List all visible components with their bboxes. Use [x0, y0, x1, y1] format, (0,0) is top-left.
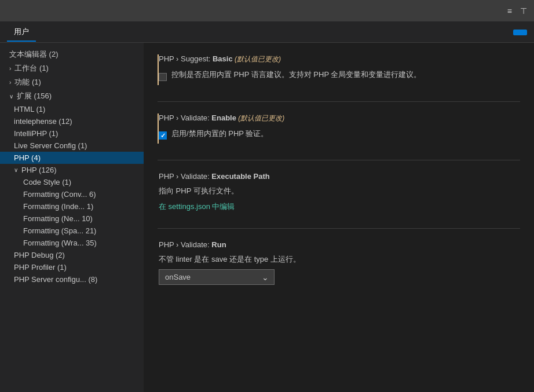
chevron-icon: ›: [9, 79, 11, 86]
setting-block-suggest-basic: PHP › Suggest: Basic (默认值已更改)控制是否启用内置 PH…: [158, 54, 520, 85]
sidebar-item-intelliphp[interactable]: IntelliPHP (1): [0, 127, 144, 140]
search-icons: ≡ ⊤: [505, 5, 529, 17]
setting-key: Run: [211, 240, 226, 249]
sidebar-item-php-debug[interactable]: PHP Debug (2): [0, 249, 144, 261]
sidebar-item-php-126[interactable]: ∨PHP (126): [0, 164, 144, 176]
setting-divider: [158, 228, 520, 229]
setting-title-validate-enable: PHP › Validate: Enable (默认值已更改): [159, 113, 520, 123]
sidebar-item-label: PHP Server configu... (8): [14, 275, 97, 284]
sidebar-item-fmt-inde[interactable]: Formatting (Inde... 1): [0, 200, 144, 213]
sidebar-item-label: IntelliPHP (1): [14, 129, 58, 138]
checkbox-validate-enable[interactable]: ✓: [159, 131, 167, 140]
funnel-icon[interactable]: ⊤: [518, 5, 529, 17]
sidebar-item-intelephense[interactable]: intelephense (12): [0, 115, 144, 127]
setting-key: Executable Path: [211, 172, 269, 181]
setting-key: Enable: [211, 113, 236, 122]
sidebar-item-live-server[interactable]: Live Server Config (1): [0, 140, 144, 152]
sidebar-item-php-profiler[interactable]: PHP Profiler (1): [0, 261, 144, 273]
setting-link-validate-path[interactable]: 在 settings.json 中编辑: [159, 202, 520, 212]
chevron-icon: ›: [9, 65, 11, 72]
setting-desc-validate-enable: 启用/禁用内置的 PHP 验证。: [171, 128, 268, 140]
sidebar-item-features[interactable]: ›功能 (1): [0, 75, 144, 89]
chevron-icon: ∨: [14, 167, 18, 173]
setting-ns: PHP › Validate:: [159, 113, 211, 122]
sidebar-item-label: HTML (1): [14, 105, 45, 113]
setting-title-validate-path: PHP › Validate: Executable Path: [159, 172, 520, 181]
search-bar: ≡ ⊤: [0, 0, 534, 22]
sidebar-item-html[interactable]: HTML (1): [0, 103, 144, 115]
setting-key: Basic: [213, 54, 233, 63]
setting-divider: [158, 101, 520, 102]
setting-desc-validate-run: 不管 linter 是在 save 还是在 type 上运行。: [159, 254, 520, 265]
select-validate-run[interactable]: onSaveonType: [159, 269, 275, 285]
sidebar-item-label: Live Server Config (1): [14, 141, 87, 150]
setting-modified-label: (默认值已更改): [233, 55, 281, 63]
sidebar-item-fmt-ne[interactable]: Formatting (Ne... 10): [0, 213, 144, 225]
sidebar-item-code-style[interactable]: Code Style (1): [0, 176, 144, 188]
setting-ns: PHP › Validate:: [159, 172, 211, 181]
sidebar-item-label: Formatting (Conv... 6): [23, 190, 96, 199]
setting-title-validate-run: PHP › Validate: Run: [159, 240, 520, 249]
sidebar-item-label: Code Style (1): [23, 178, 71, 186]
checkmark-icon: ✓: [160, 132, 166, 140]
setting-title-suggest-basic: PHP › Suggest: Basic (默认值已更改): [159, 54, 520, 64]
checkbox-row-validate-enable: ✓启用/禁用内置的 PHP 验证。: [159, 128, 520, 144]
setting-ns: PHP › Validate:: [159, 240, 211, 249]
sidebar-item-fmt-spa[interactable]: Formatting (Spa... 21): [0, 225, 144, 237]
sidebar-item-label: 工作台 (1): [14, 63, 49, 74]
sidebar-item-label: Formatting (Ne... 10): [23, 214, 93, 223]
setting-desc-validate-path: 指向 PHP 可执行文件。: [159, 185, 520, 197]
chevron-icon: ∨: [9, 93, 13, 100]
sync-button[interactable]: [513, 30, 527, 35]
sidebar-item-text-editor[interactable]: 文本编辑器 (2): [0, 47, 144, 61]
sidebar-item-php[interactable]: PHP (4): [0, 152, 144, 164]
sidebar-item-php-server[interactable]: PHP Server configu... (8): [0, 273, 144, 285]
tab-user[interactable]: 用户: [7, 23, 36, 42]
sidebar-item-label: Formatting (Inde... 1): [23, 202, 93, 211]
sidebar-item-label: Formatting (Wra... 35): [23, 239, 97, 247]
sidebar-item-label: 扩展 (156): [17, 91, 52, 101]
sidebar-item-label: PHP Debug (2): [14, 251, 65, 259]
select-row-validate-run: onSaveonType: [159, 269, 520, 285]
filter-icon[interactable]: ≡: [505, 5, 514, 17]
sidebar-item-label: PHP Profiler (1): [14, 263, 67, 272]
sidebar-item-label: PHP (126): [21, 166, 56, 174]
sidebar-item-fmt-conv[interactable]: Formatting (Conv... 6): [0, 188, 144, 200]
sidebar: 文本编辑器 (2)›工作台 (1)›功能 (1)∨扩展 (156)HTML (1…: [0, 43, 144, 392]
setting-block-validate-run: PHP › Validate: Run不管 linter 是在 save 还是在…: [158, 240, 520, 285]
checkbox-suggest-basic[interactable]: [159, 73, 167, 81]
setting-divider: [158, 160, 520, 160]
sidebar-item-workbench[interactable]: ›工作台 (1): [0, 61, 144, 75]
select-wrapper-validate-run: onSaveonType: [159, 269, 275, 285]
setting-block-validate-path: PHP › Validate: Executable Path指向 PHP 可执…: [158, 172, 520, 212]
content-area: PHP › Suggest: Basic (默认值已更改)控制是否启用内置 PH…: [144, 43, 534, 392]
setting-ns: PHP › Suggest:: [159, 54, 213, 63]
setting-desc-suggest-basic: 控制是否启用内置 PHP 语言建议。支持对 PHP 全局变量和变量进行建议。: [171, 69, 421, 80]
setting-modified-label: (默认值已更改): [236, 114, 284, 122]
sidebar-item-label: Formatting (Spa... 21): [23, 226, 96, 235]
main-layout: 文本编辑器 (2)›工作台 (1)›功能 (1)∨扩展 (156)HTML (1…: [0, 43, 534, 392]
search-input[interactable]: [5, 6, 496, 15]
checkbox-row-suggest-basic: 控制是否启用内置 PHP 语言建议。支持对 PHP 全局变量和变量进行建议。: [159, 69, 520, 85]
setting-block-validate-enable: PHP › Validate: Enable (默认值已更改)✓启用/禁用内置的…: [158, 113, 520, 144]
tab-bar: 用户: [0, 22, 534, 43]
sidebar-item-extensions[interactable]: ∨扩展 (156): [0, 89, 144, 103]
sidebar-item-fmt-wra[interactable]: Formatting (Wra... 35): [0, 237, 144, 249]
sidebar-item-label: 功能 (1): [14, 77, 41, 87]
sidebar-item-label: 文本编辑器 (2): [9, 49, 58, 60]
sidebar-item-label: intelephense (12): [14, 117, 72, 126]
sidebar-item-label: PHP (4): [14, 153, 41, 162]
